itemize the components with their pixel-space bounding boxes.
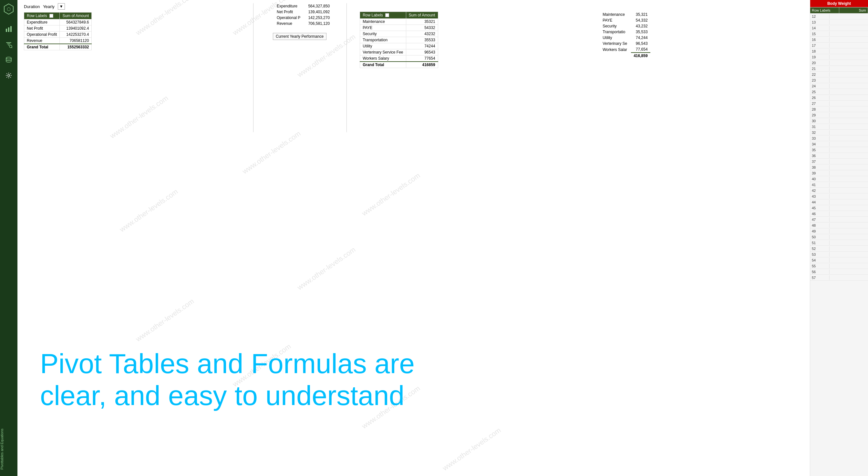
row-number-value bbox=[830, 80, 868, 80]
row-number-item: 48 bbox=[810, 223, 868, 228]
svg-point-11 bbox=[8, 74, 10, 76]
row-number-value bbox=[830, 16, 868, 17]
row-number-value bbox=[830, 115, 868, 115]
right-pivot-label: PAYE bbox=[360, 25, 406, 31]
left-pivot-label: Revenue bbox=[24, 38, 60, 44]
far-right-inner-table: Maintenance35,321PAYE54,332Security43,23… bbox=[599, 11, 650, 59]
far-right-table-area: Maintenance35,321PAYE54,332Security43,23… bbox=[599, 3, 650, 132]
duration-dropdown[interactable]: ▼ bbox=[58, 3, 65, 10]
row-number-item: 37 bbox=[810, 159, 868, 165]
right-pivot-amount: 77654 bbox=[406, 56, 438, 62]
row-number-item: 39 bbox=[810, 170, 868, 176]
right-pivot-table: Row Labels ▼ Sum of Amount Maintenance35… bbox=[360, 11, 438, 68]
row-number-item: 51 bbox=[810, 240, 868, 246]
simple-table-label: Net Profit bbox=[273, 9, 304, 15]
watermark: www.other-levels.com bbox=[296, 245, 357, 292]
svg-rect-4 bbox=[10, 26, 11, 32]
left-pivot-table: Row Labels ▼ Sum of Amount Expenditure56… bbox=[24, 12, 92, 50]
row-number-item: 25 bbox=[810, 89, 868, 95]
left-pivot-label: Expenditure bbox=[24, 19, 60, 26]
row-number-item: 19 bbox=[810, 54, 868, 60]
logo-icon[interactable]: ⬡ bbox=[3, 3, 14, 15]
row-number-label: 46 bbox=[810, 211, 830, 216]
right-pivot-label: Maintenance bbox=[360, 19, 406, 25]
right-filter-dropdown-icon[interactable]: ▼ bbox=[385, 13, 389, 17]
row-num-subheader: Row Labels Sum bbox=[810, 7, 868, 13]
row-number-item: 16 bbox=[810, 37, 868, 42]
far-right-amount: 43,232 bbox=[631, 23, 650, 29]
far-right-label: Security bbox=[599, 23, 631, 29]
watermark: www.other-levels.com bbox=[361, 384, 422, 431]
settings-icon[interactable] bbox=[4, 71, 13, 80]
left-pivot-header-labels[interactable]: Row Labels ▼ bbox=[24, 12, 60, 19]
row-number-label: 52 bbox=[810, 246, 830, 251]
right-pivot-label: Transportation bbox=[360, 37, 406, 43]
right-pivot-amount: 96543 bbox=[406, 49, 438, 56]
row-number-value bbox=[830, 121, 868, 121]
row-number-value bbox=[830, 202, 868, 203]
row-number-item: 52 bbox=[810, 246, 868, 251]
row-number-item: 15 bbox=[810, 31, 868, 37]
row-number-item: 24 bbox=[810, 83, 868, 89]
far-right-label: Verterinary Se bbox=[599, 41, 631, 46]
row-number-value bbox=[830, 260, 868, 261]
row-number-label: 16 bbox=[810, 37, 830, 42]
row-number-label: 15 bbox=[810, 32, 830, 36]
sidebar: ⬡ Pivottables and Equations bbox=[0, 0, 18, 476]
row-number-value bbox=[830, 184, 868, 185]
simple-table-amount: 706,581,120 bbox=[304, 21, 334, 27]
row-number-label: 40 bbox=[810, 177, 830, 181]
watermark: www.other-levels.com bbox=[361, 171, 422, 218]
row-number-label: 44 bbox=[810, 200, 830, 204]
svg-rect-7 bbox=[8, 45, 9, 45]
main-content: www.other-levels.com www.other-levels.co… bbox=[18, 0, 810, 476]
right-pivot-amount: 74244 bbox=[406, 43, 438, 49]
sidebar-bottom-label: Pivottables and Equations bbox=[0, 429, 18, 470]
row-number-label: 17 bbox=[810, 43, 830, 48]
row-number-value bbox=[830, 231, 868, 232]
row-number-label: 43 bbox=[810, 194, 830, 199]
right-pivot-label: Verterinary Service Fee bbox=[360, 49, 406, 56]
filter-dropdown-icon[interactable]: ▼ bbox=[50, 14, 53, 18]
far-right-amount: 35,321 bbox=[631, 11, 650, 18]
row-number-value bbox=[830, 213, 868, 214]
simple-data-table: Expenditure564,327,850Net Profit139,401,… bbox=[273, 3, 334, 132]
filter2-icon[interactable] bbox=[4, 40, 13, 49]
row-number-item: 55 bbox=[810, 263, 868, 269]
row-number-label: 19 bbox=[810, 55, 830, 59]
simple-data-inner-table: Expenditure564,327,850Net Profit139,401,… bbox=[273, 3, 334, 27]
row-number-label: 50 bbox=[810, 235, 830, 239]
row-number-item: 33 bbox=[810, 135, 868, 141]
right-pivot-header-labels[interactable]: Row Labels ▼ bbox=[360, 12, 406, 19]
row-number-value bbox=[830, 225, 868, 226]
row-number-value bbox=[830, 132, 868, 133]
far-right-label bbox=[599, 53, 631, 59]
duration-value: Yearly bbox=[43, 4, 55, 9]
row-number-value bbox=[830, 22, 868, 23]
row-number-item: 36 bbox=[810, 153, 868, 159]
row-number-value bbox=[830, 144, 868, 144]
row-number-item: 18 bbox=[810, 48, 868, 54]
left-pivot-amount: 1552563332 bbox=[60, 44, 92, 50]
row-number-item: 53 bbox=[810, 251, 868, 257]
svg-point-10 bbox=[6, 57, 11, 59]
right-pivot-label: Grand Total bbox=[360, 62, 406, 68]
far-right-label: Utility bbox=[599, 35, 631, 41]
left-pivot-header-amount: Sum of Amount bbox=[60, 12, 92, 19]
svg-text:⬡: ⬡ bbox=[7, 6, 11, 11]
row-number-value bbox=[830, 208, 868, 208]
row-number-value bbox=[830, 138, 868, 139]
right-pivot-label: Security bbox=[360, 31, 406, 37]
row-number-item: 32 bbox=[810, 130, 868, 135]
row-number-label: 41 bbox=[810, 182, 830, 187]
row-number-list: 1213141516171819202122232425262728293031… bbox=[810, 13, 868, 280]
row-number-label: 42 bbox=[810, 188, 830, 193]
row-number-label: 37 bbox=[810, 159, 830, 164]
database-icon[interactable] bbox=[4, 56, 13, 65]
duration-row: Duration Yearly ▼ bbox=[24, 3, 244, 10]
chart-bar-icon[interactable] bbox=[4, 25, 13, 34]
svg-rect-3 bbox=[8, 27, 9, 32]
right-pivot-amount: 54332 bbox=[406, 25, 438, 31]
rh-row-labels[interactable]: Row Labels bbox=[810, 7, 839, 13]
row-number-label: 49 bbox=[810, 229, 830, 234]
